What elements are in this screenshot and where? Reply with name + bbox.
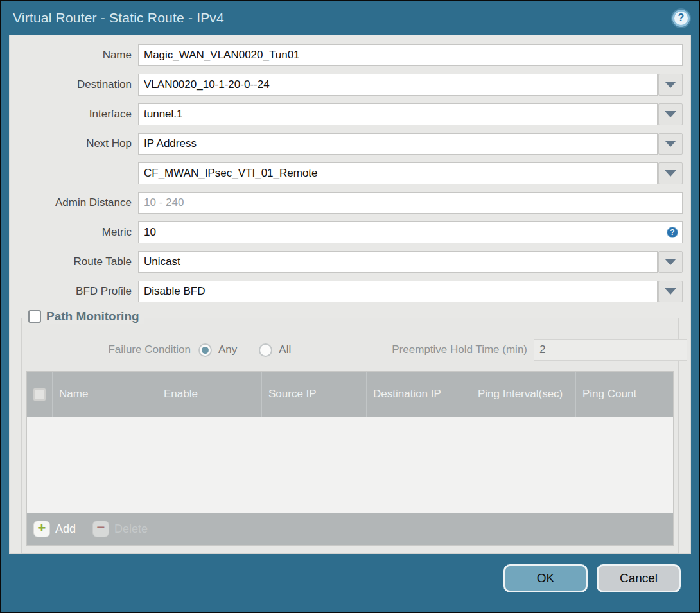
form-row-destination: Destination VLAN0020_10-1-20-0--24 [10, 74, 683, 96]
form-row-bfd-profile: BFD Profile Disable BFD [10, 281, 683, 302]
chevron-down-icon [665, 82, 676, 88]
path-monitoring-section: Path Monitoring Failure Condition Any Al… [21, 318, 679, 554]
delete-button[interactable]: − Delete [92, 521, 148, 537]
preemptive-hold-label: Preemptive Hold Time (min) [385, 343, 534, 356]
path-monitoring-checkbox[interactable] [28, 310, 41, 323]
radio-any: Any [198, 343, 237, 357]
form-row-next-hop: Next Hop IP Address [10, 133, 683, 155]
path-monitoring-controls: Failure Condition Any All Preemptive Hol… [26, 339, 674, 361]
radio-all: All [259, 343, 291, 357]
failure-condition-radio-group: Any All [198, 343, 385, 357]
destination-input[interactable]: VLAN0020_10-1-20-0--24 [138, 74, 658, 96]
form-row-next-hop-address: CF_MWAN_IPsec_VTI_01_Remote [10, 162, 683, 184]
admin-distance-input[interactable] [138, 192, 683, 214]
select-all-checkbox[interactable] [33, 388, 46, 401]
path-monitoring-legend: Path Monitoring [23, 309, 144, 324]
next-hop-type-dropdown-button[interactable] [658, 133, 683, 155]
add-button[interactable]: + Add [33, 521, 76, 537]
dialog-footer: OK Cancel [1, 554, 699, 612]
add-plus-icon: + [33, 521, 50, 537]
form-row-metric: Metric ? [10, 221, 683, 243]
admin-distance-label: Admin Distance [10, 196, 138, 209]
delete-button-label: Delete [114, 522, 148, 536]
dialog-titlebar: Virtual Router - Static Route - IPv4 ? [1, 1, 699, 35]
table-footer-toolbar: + Add − Delete [27, 513, 673, 545]
table-body-empty [27, 417, 673, 513]
column-header-enable[interactable]: Enable [157, 372, 262, 417]
static-route-dialog: Virtual Router - Static Route - IPv4 ? N… [0, 0, 700, 613]
ok-button[interactable]: OK [503, 564, 588, 592]
column-header-name[interactable]: Name [53, 372, 157, 417]
dialog-body: Name Destination VLAN0020_10-1-20-0--24 … [9, 35, 691, 554]
destination-dropdown-button[interactable] [658, 74, 683, 96]
table-header-checkbox-cell [27, 372, 53, 417]
chevron-down-icon [665, 170, 676, 177]
metric-input[interactable] [138, 221, 683, 243]
destination-label: Destination [10, 78, 138, 91]
next-hop-label: Next Hop [10, 137, 138, 150]
name-label: Name [10, 49, 138, 62]
path-monitoring-table: Name Enable Source IP Destination IP Pin… [26, 371, 674, 546]
form-row-name: Name [10, 44, 683, 66]
preemptive-hold-input[interactable] [534, 339, 687, 361]
bfd-profile-dropdown-button[interactable] [658, 281, 683, 302]
column-header-source-ip[interactable]: Source IP [262, 372, 367, 417]
route-table-label: Route Table [10, 255, 138, 268]
cancel-button[interactable]: Cancel [597, 564, 681, 592]
next-hop-type-select[interactable]: IP Address [138, 133, 658, 155]
bfd-profile-select[interactable]: Disable BFD [138, 281, 658, 302]
metric-label: Metric [10, 226, 138, 239]
help-icon[interactable]: ? [672, 10, 690, 27]
next-hop-address-dropdown-button[interactable] [658, 162, 683, 184]
chevron-down-icon [665, 259, 676, 265]
delete-minus-icon: − [92, 521, 109, 537]
radio-any-button[interactable] [198, 343, 212, 357]
name-input[interactable] [138, 44, 683, 66]
route-table-dropdown-button[interactable] [658, 251, 683, 273]
interface-dropdown-button[interactable] [658, 103, 683, 125]
chevron-down-icon [665, 111, 676, 117]
path-monitoring-title: Path Monitoring [46, 309, 139, 324]
metric-help-icon[interactable]: ? [667, 227, 678, 238]
failure-condition-label: Failure Condition [26, 343, 198, 356]
form-row-admin-distance: Admin Distance [10, 192, 683, 214]
add-button-label: Add [55, 522, 76, 536]
form-row-route-table: Route Table Unicast [10, 251, 683, 273]
chevron-down-icon [665, 141, 676, 147]
dialog-title: Virtual Router - Static Route - IPv4 [13, 10, 672, 26]
column-header-ping-count[interactable]: Ping Count [576, 372, 673, 417]
radio-any-label: Any [218, 343, 237, 356]
route-table-select[interactable]: Unicast [138, 251, 658, 273]
radio-all-button[interactable] [259, 343, 272, 357]
interface-label: Interface [10, 108, 138, 121]
table-header-row: Name Enable Source IP Destination IP Pin… [27, 372, 673, 417]
column-header-destination-ip[interactable]: Destination IP [367, 372, 471, 417]
interface-input[interactable]: tunnel.1 [138, 103, 658, 125]
column-header-ping-interval[interactable]: Ping Interval(sec) [471, 372, 576, 417]
bfd-profile-label: BFD Profile [10, 285, 138, 298]
form-row-interface: Interface tunnel.1 [10, 103, 683, 125]
radio-all-label: All [279, 343, 291, 356]
next-hop-address-input[interactable]: CF_MWAN_IPsec_VTI_01_Remote [138, 162, 658, 184]
chevron-down-icon [665, 288, 676, 295]
